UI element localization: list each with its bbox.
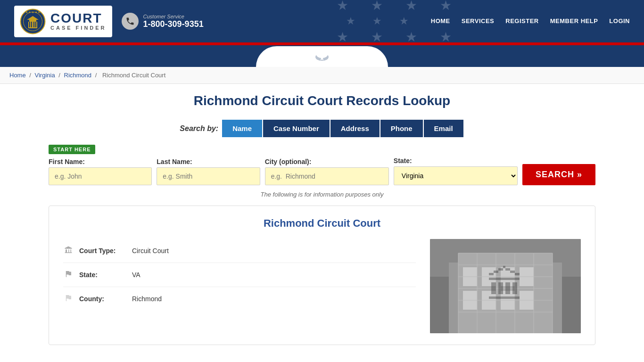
star-left-3: ★ bbox=[304, 53, 308, 58]
svg-rect-8 bbox=[33, 22, 34, 27]
breadcrumb-sep-1: / bbox=[29, 72, 33, 79]
city-label: City (optional): bbox=[265, 158, 389, 165]
svg-rect-18 bbox=[501, 267, 515, 286]
search-section: START HERE First Name: Last Name: City (… bbox=[49, 145, 595, 185]
court-image bbox=[430, 239, 581, 333]
county-value: Richmond bbox=[132, 295, 162, 303]
star-left-2: ★ bbox=[295, 53, 299, 58]
city-input[interactable] bbox=[265, 167, 389, 185]
nav-login[interactable]: LOGIN bbox=[609, 17, 630, 25]
tab-case-number[interactable]: Case Number bbox=[263, 120, 330, 137]
court-card-body: Court Type: Circuit Court State: VA Coun… bbox=[63, 239, 581, 333]
nav-member-help[interactable]: MEMBER HELP bbox=[550, 17, 598, 25]
court-info-table: Court Type: Circuit Court State: VA Coun… bbox=[63, 239, 416, 333]
breadcrumb: Home / Virginia / Richmond / Richmond Ci… bbox=[0, 67, 644, 84]
last-name-input[interactable] bbox=[157, 167, 260, 185]
star-left-1: ★ bbox=[286, 53, 290, 58]
building-icon bbox=[63, 246, 74, 256]
customer-service: Customer Service 1-800-309-9351 bbox=[122, 13, 204, 30]
nav-services[interactable]: SERVICES bbox=[462, 17, 495, 25]
court-seal-icon: ★ ★ ★ ★ ★ bbox=[20, 8, 46, 34]
search-by-row: Search by: Name Case Number Address Phon… bbox=[49, 120, 595, 137]
site-header: ★ ★ ★ ★ ★ COURT CASE FINDER Custo bbox=[0, 0, 644, 42]
breadcrumb-virginia[interactable]: Virginia bbox=[35, 72, 55, 79]
county-row: County: Richmond bbox=[63, 287, 416, 311]
svg-rect-9 bbox=[35, 22, 36, 27]
eagle-icon bbox=[313, 49, 331, 62]
tab-email[interactable]: Email bbox=[424, 120, 463, 137]
breadcrumb-sep-3: / bbox=[95, 72, 99, 79]
svg-rect-22 bbox=[501, 291, 515, 310]
court-card: Richmond Circuit Court Court Type: Circu… bbox=[49, 206, 595, 345]
svg-rect-6 bbox=[29, 22, 30, 27]
search-by-label: Search by: bbox=[180, 124, 218, 133]
state-select[interactable]: Virginia Alabama Alaska Arizona Arkansas… bbox=[394, 166, 518, 185]
star-right-3: ★ bbox=[354, 53, 358, 58]
first-name-label: First Name: bbox=[49, 158, 152, 165]
flag-icon bbox=[63, 270, 74, 280]
customer-service-label: Customer Service bbox=[143, 14, 204, 19]
state-label: State: bbox=[394, 157, 518, 165]
city-group: City (optional): bbox=[265, 158, 389, 185]
star-right-2: ★ bbox=[345, 53, 349, 58]
court-card-title: Richmond Circuit Court bbox=[63, 217, 581, 230]
state-label-court: State: bbox=[79, 271, 126, 279]
breadcrumb-sep-2: / bbox=[58, 72, 62, 79]
phone-icon bbox=[122, 13, 139, 30]
last-name-group: Last Name: bbox=[157, 158, 260, 185]
customer-service-phone[interactable]: 1-800-309-9351 bbox=[143, 19, 204, 29]
nav-register[interactable]: REGISTER bbox=[505, 17, 538, 25]
location-icon bbox=[63, 294, 74, 304]
breadcrumb-current: Richmond Circuit Court bbox=[102, 72, 165, 79]
search-form: First Name: Last Name: City (optional): … bbox=[49, 157, 595, 185]
logo-case-finder-label: CASE FINDER bbox=[50, 25, 107, 31]
patriotic-wave: ★ ★ ★ ★ ★ ★ bbox=[0, 42, 644, 67]
search-button[interactable]: SEARCH » bbox=[522, 164, 595, 185]
court-type-row: Court Type: Circuit Court bbox=[63, 239, 416, 263]
page-title: Richmond Circuit Court Records Lookup bbox=[49, 93, 595, 108]
state-group: State: Virginia Alabama Alaska Arizona A… bbox=[394, 157, 518, 185]
tab-phone[interactable]: Phone bbox=[380, 120, 423, 137]
breadcrumb-richmond[interactable]: Richmond bbox=[64, 72, 92, 79]
start-here-badge: START HERE bbox=[49, 145, 95, 154]
state-row: State: VA bbox=[63, 263, 416, 287]
court-type-label: Court Type: bbox=[79, 247, 126, 255]
star-right-1: ★ bbox=[336, 53, 340, 58]
info-note: The following is for information purpose… bbox=[49, 191, 595, 198]
first-name-group: First Name: bbox=[49, 158, 152, 185]
tab-name[interactable]: Name bbox=[222, 120, 262, 137]
nav-home[interactable]: HOME bbox=[431, 17, 450, 25]
county-label: County: bbox=[79, 295, 126, 303]
first-name-input[interactable] bbox=[49, 167, 152, 185]
main-content: Richmond Circuit Court Records Lookup Se… bbox=[39, 84, 605, 354]
svg-text:★ ★ ★ ★ ★: ★ ★ ★ ★ ★ bbox=[25, 11, 41, 14]
last-name-label: Last Name: bbox=[157, 158, 260, 165]
logo[interactable]: ★ ★ ★ ★ ★ COURT CASE FINDER bbox=[14, 6, 112, 37]
logo-court-label: COURT bbox=[50, 12, 102, 25]
main-nav: HOME SERVICES REGISTER MEMBER HELP LOGIN bbox=[431, 17, 630, 25]
breadcrumb-home[interactable]: Home bbox=[9, 72, 26, 79]
court-type-value: Circuit Court bbox=[132, 247, 169, 255]
state-value: VA bbox=[132, 271, 140, 279]
tab-address[interactable]: Address bbox=[330, 120, 380, 137]
svg-rect-7 bbox=[31, 22, 32, 27]
